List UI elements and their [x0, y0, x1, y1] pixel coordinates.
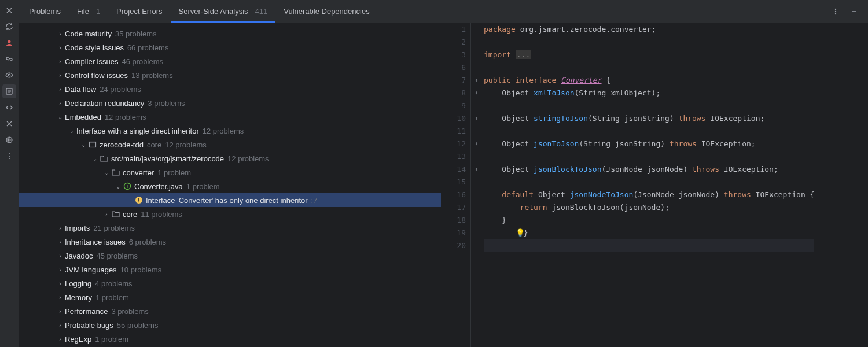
- tree-count: 12 problems: [105, 113, 146, 121]
- gutter-mark[interactable]: ⬍: [471, 163, 481, 176]
- chevron-right-icon[interactable]: ›: [56, 86, 65, 93]
- code-line[interactable]: [484, 61, 814, 74]
- more-icon[interactable]: [2, 149, 16, 163]
- code-line[interactable]: return jsonBlockToJson(jsonNode);: [484, 201, 814, 214]
- chevron-right-icon[interactable]: ›: [56, 308, 65, 315]
- tree-row[interactable]: ›Code maturity35 problems: [19, 27, 441, 40]
- gutter-mark[interactable]: ⬍: [471, 87, 481, 99]
- tab-project-errors[interactable]: Project Errors: [108, 0, 170, 23]
- tree-row[interactable]: ›JVM languages10 problems: [19, 263, 441, 276]
- cancel-icon[interactable]: [2, 117, 16, 131]
- refresh-icon[interactable]: [2, 20, 16, 34]
- chevron-down-icon[interactable]: ⌄: [113, 183, 123, 190]
- tree-label: Inheritance issues: [65, 238, 126, 246]
- tree-row[interactable]: ⌄src/main/java/org/jsmart/zerocode12 pro…: [19, 152, 441, 165]
- chevron-right-icon[interactable]: ›: [56, 294, 65, 301]
- tree-count: 21 problems: [93, 224, 135, 232]
- tree-row[interactable]: ⌄converter1 problem: [19, 165, 441, 179]
- gutter-mark: [471, 125, 481, 138]
- chevron-right-icon[interactable]: ›: [56, 322, 65, 328]
- chevron-right-icon[interactable]: ›: [56, 100, 65, 106]
- tree-row[interactable]: ⌄Embedded12 problems: [19, 110, 441, 124]
- chevron-right-icon[interactable]: ›: [56, 58, 65, 65]
- chevron-right-icon[interactable]: ›: [56, 253, 65, 259]
- tree-row[interactable]: ⌄Interface with a single direct inherito…: [19, 124, 441, 138]
- intention-bulb-icon[interactable]: 💡: [516, 227, 524, 239]
- problems-tree[interactable]: ›Code maturity35 problems›Code style iss…: [19, 23, 441, 347]
- gutter-mark[interactable]: ⬍: [471, 138, 481, 150]
- close-icon[interactable]: [2, 3, 16, 17]
- code-line[interactable]: [484, 150, 814, 163]
- chevron-right-icon[interactable]: ›: [56, 239, 65, 245]
- tree-row[interactable]: ›Memory1 problem: [19, 290, 441, 304]
- tree-label: Control flow issues: [65, 71, 128, 80]
- tree-count: 35 problems: [115, 29, 157, 38]
- tab-file[interactable]: File1: [69, 0, 108, 23]
- tab-server-side-analysis[interactable]: Server-Side Analysis411: [171, 0, 276, 23]
- code-line[interactable]: Object jsonToJson(String jsonString) thr…: [484, 138, 814, 150]
- code-line[interactable]: [484, 36, 814, 49]
- kebab-icon[interactable]: [829, 5, 843, 19]
- chevron-right-icon[interactable]: ›: [56, 267, 65, 273]
- preview-icon[interactable]: [2, 84, 16, 98]
- tab-vulnerable-dependencies[interactable]: Vulnerable Dependencies: [275, 0, 377, 23]
- tree-row[interactable]: ›Imports21 problems: [19, 221, 441, 235]
- tree-row[interactable]: Interface 'Converter' has only one direc…: [19, 193, 441, 207]
- code-line[interactable]: }: [484, 214, 814, 227]
- tree-row[interactable]: ›Declaration redundancy3 problems: [19, 96, 441, 110]
- chevron-down-icon[interactable]: ⌄: [90, 156, 100, 162]
- user-icon[interactable]: [2, 36, 16, 50]
- tree-count: 12 problems: [227, 154, 269, 163]
- tree-row[interactable]: ›core11 problems: [19, 207, 441, 221]
- code-line[interactable]: [484, 176, 814, 189]
- tree-count: 11 problems: [141, 210, 182, 219]
- tree-row[interactable]: ›Javadoc45 problems: [19, 249, 441, 263]
- chevron-right-icon[interactable]: ›: [56, 31, 65, 37]
- chevron-down-icon[interactable]: ⌄: [67, 128, 76, 134]
- minimize-icon[interactable]: [847, 5, 861, 19]
- gutter-mark: [471, 189, 481, 201]
- chevron-down-icon[interactable]: ⌄: [102, 169, 111, 176]
- tree-row[interactable]: ›RegExp1 problem: [19, 332, 441, 346]
- web-icon[interactable]: [2, 133, 16, 147]
- tree-row[interactable]: ›Logging4 problems: [19, 276, 441, 290]
- tree-row[interactable]: ›Data flow24 problems: [19, 82, 441, 96]
- code-line[interactable]: Object xmlToJson(String xmlObject);: [484, 87, 814, 99]
- tree-row[interactable]: ⌄IConverter.java1 problem: [19, 179, 441, 193]
- code-line[interactable]: Object jsonBlockToJson(JsonNode jsonNode…: [484, 163, 814, 176]
- tree-row[interactable]: ›Performance3 problems: [19, 304, 441, 318]
- link-icon[interactable]: [2, 52, 16, 66]
- tree-row[interactable]: ⌄zerocode-tddcore12 problems: [19, 138, 441, 152]
- code-line[interactable]: Object stringToJson(String jsonString) t…: [484, 112, 814, 125]
- code-line[interactable]: public interface Converter {: [484, 74, 814, 87]
- code-line[interactable]: package org.jsmart.zerocode.converter;: [484, 23, 814, 36]
- tree-row[interactable]: ›Code style issues66 problems: [19, 40, 441, 54]
- tree-row[interactable]: ›Inheritance issues6 problems: [19, 235, 441, 249]
- code-line[interactable]: [484, 99, 814, 112]
- chevron-right-icon[interactable]: ›: [56, 225, 65, 231]
- svg-point-5: [9, 156, 10, 157]
- tree-row[interactable]: ›Probable bugs55 problems: [19, 318, 441, 332]
- chevron-right-icon[interactable]: ›: [56, 280, 65, 287]
- chevron-right-icon[interactable]: ›: [56, 336, 65, 342]
- code-preview[interactable]: 12367891011121314151617181920 ⬍⬍ ⬍ ⬍ ⬍ p…: [442, 23, 868, 347]
- chevron-down-icon[interactable]: ⌄: [56, 114, 65, 120]
- code-line[interactable]: default Object jsonNodeToJson(JsonNode j…: [484, 189, 814, 201]
- tab-problems[interactable]: Problems: [21, 0, 69, 23]
- gutter-mark: [471, 150, 481, 163]
- gutter-mark[interactable]: ⬍: [471, 74, 481, 87]
- tree-row[interactable]: ›Control flow issues13 problems: [19, 68, 441, 82]
- chevron-right-icon[interactable]: ›: [56, 72, 65, 79]
- chevron-right-icon[interactable]: ›: [102, 211, 111, 217]
- code-line[interactable]: [484, 239, 814, 252]
- gutter-mark[interactable]: ⬍: [471, 112, 481, 125]
- code-line[interactable]: import ...: [484, 49, 814, 61]
- code-icon[interactable]: [2, 101, 16, 115]
- chevron-down-icon[interactable]: ⌄: [79, 142, 88, 148]
- code-line[interactable]: [484, 125, 814, 138]
- chevron-right-icon[interactable]: ›: [56, 45, 65, 51]
- code-line[interactable]: 💡}: [484, 227, 814, 239]
- tree-label: Code style issues: [65, 43, 124, 52]
- eye-icon[interactable]: [2, 68, 16, 82]
- tree-row[interactable]: ›Compiler issues46 problems: [19, 54, 441, 68]
